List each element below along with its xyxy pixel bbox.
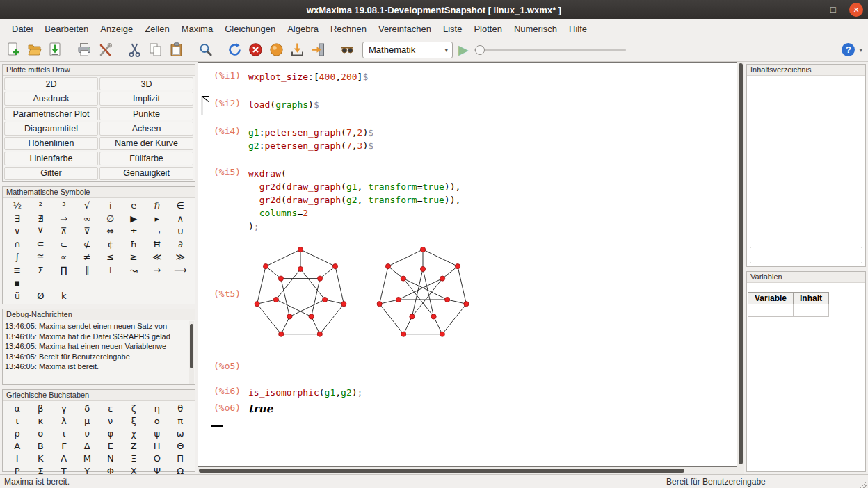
math-symbol-button[interactable]: Ø <box>29 290 53 302</box>
menu-item-anzeige[interactable]: Anzeige <box>95 21 138 37</box>
math-symbol-button[interactable]: ³ <box>52 200 76 212</box>
menu-item-plotten[interactable]: Plotten <box>469 21 506 37</box>
math-symbol-button[interactable]: ≤ <box>99 251 122 263</box>
menu-item-vereinfachen[interactable]: Vereinfachen <box>373 21 436 37</box>
greek-letter-button[interactable]: ο <box>145 415 169 428</box>
code-line[interactable]: ); <box>248 220 460 233</box>
cell-body[interactable]: wxdraw( gr2d(draw_graph(g1, transform=tr… <box>248 167 460 233</box>
greek-letter-button[interactable]: ζ <box>122 402 146 415</box>
math-symbol-button[interactable]: ≪ <box>145 251 169 263</box>
draw-option-button[interactable]: Punkte <box>99 107 193 120</box>
code-line[interactable]: g1:petersen_graph(7,2)$ <box>248 126 373 139</box>
math-symbol-button[interactable]: ∧ <box>169 213 193 225</box>
cell-body[interactable]: load(graphs)$ <box>248 98 319 111</box>
code-line[interactable]: gr2d(draw_graph(g1, transform=true)), <box>248 180 460 193</box>
draw-option-button[interactable]: 2D <box>4 77 98 90</box>
draw-option-button[interactable]: Höhenlinien <box>4 137 98 150</box>
greek-letter-button[interactable]: ξ <box>122 415 146 428</box>
math-symbol-button[interactable]: ▶ <box>122 213 146 225</box>
open-icon[interactable] <box>25 40 44 59</box>
worksheet-cell[interactable]: (%o6)true <box>202 402 737 415</box>
menu-item-datei[interactable]: Datei <box>7 21 38 37</box>
math-symbol-button[interactable]: Σ <box>29 264 53 277</box>
follow-evaluation-icon[interactable] <box>267 40 286 59</box>
copy-icon[interactable] <box>146 40 165 59</box>
code-line[interactable]: wxplot_size:[400,200]$ <box>248 70 368 83</box>
code-line[interactable]: columns=2 <box>248 206 460 220</box>
math-symbol-button[interactable]: ¢ <box>99 238 122 251</box>
greek-letter-button[interactable]: β <box>29 402 53 415</box>
math-symbol-button[interactable]: ⇒ <box>52 213 76 225</box>
preferences-icon[interactable] <box>96 40 115 59</box>
math-symbol-button[interactable]: ⊻ <box>29 225 53 238</box>
worksheet-cell[interactable]: (%i2)load(graphs)$ <box>202 98 737 111</box>
greek-letter-button[interactable]: Η <box>145 440 169 453</box>
greek-letter-button[interactable]: γ <box>52 402 76 415</box>
print-icon[interactable] <box>75 40 94 59</box>
greek-letter-button[interactable]: π <box>169 415 193 428</box>
menu-item-maxima[interactable]: Maxima <box>177 21 218 37</box>
greek-letter-button[interactable]: Ζ <box>122 440 146 453</box>
greek-letter-button[interactable]: Δ <box>76 440 99 453</box>
vertical-scrollbar[interactable] <box>737 62 744 467</box>
math-symbol-button[interactable]: ∈ <box>169 200 193 212</box>
greek-letter-button[interactable]: σ <box>29 428 53 440</box>
resize-grip-icon[interactable] <box>858 479 867 488</box>
math-symbol-button[interactable]: ⊼ <box>52 225 76 238</box>
math-symbol-button[interactable]: ∨ <box>6 225 29 238</box>
menu-item-numerisch[interactable]: Numerisch <box>509 21 562 37</box>
math-symbol-button[interactable]: ▸ <box>145 213 169 225</box>
animation-slider-track[interactable] <box>474 49 626 51</box>
draw-option-button[interactable]: Gitter <box>4 167 98 180</box>
greek-letter-button[interactable]: θ <box>169 402 193 415</box>
close-button[interactable]: ✕ <box>849 3 863 17</box>
greek-letter-button[interactable]: δ <box>76 402 99 415</box>
greek-letter-button[interactable]: ω <box>169 428 193 440</box>
draw-option-button[interactable]: Diagrammtitel <box>4 122 98 135</box>
worksheet-cell[interactable]: (%i6)is_isomorphic(g1,g2); <box>202 386 737 399</box>
math-symbol-button[interactable]: Ħ <box>145 238 169 251</box>
math-symbol-button[interactable]: i <box>99 200 122 212</box>
cell-body[interactable]: is_isomorphic(g1,g2); <box>248 386 362 399</box>
math-symbol-button[interactable]: ħ <box>122 238 146 251</box>
math-symbol-button[interactable]: √ <box>76 200 99 212</box>
math-symbol-button[interactable]: ⇔ <box>99 225 122 238</box>
math-symbol-button[interactable]: ∄ <box>29 213 53 225</box>
greek-letter-button[interactable]: χ <box>122 428 146 440</box>
greek-letter-button[interactable]: Α <box>6 440 29 453</box>
math-symbol-button[interactable]: ¬ <box>145 225 169 238</box>
menu-item-gleichungen[interactable]: Gleichungen <box>220 21 280 37</box>
worksheet-cell[interactable]: (%i5)wxdraw( gr2d(draw_graph(g1, transfo… <box>202 167 737 233</box>
greek-letter-button[interactable]: η <box>145 402 169 415</box>
menu-item-hilfe[interactable]: Hilfe <box>564 21 592 37</box>
greek-letter-button[interactable]: κ <box>29 415 53 428</box>
toc-filter-input[interactable] <box>750 247 862 263</box>
math-symbol-button[interactable]: ⊥ <box>99 264 122 277</box>
new-document-icon[interactable] <box>4 40 23 59</box>
math-symbol-button[interactable]: ≅ <box>29 251 53 263</box>
draw-option-button[interactable]: Achsen <box>99 122 193 135</box>
math-symbol-button[interactable]: ² <box>29 200 53 212</box>
math-symbol-button[interactable]: e <box>122 200 146 212</box>
greek-letter-button[interactable]: Κ <box>29 453 53 465</box>
greek-letter-button[interactable]: ι <box>6 415 29 428</box>
vertical-scrollbar-thumb[interactable] <box>739 63 743 464</box>
worksheet-cell[interactable]: (%o5) <box>202 361 737 371</box>
math-symbol-button[interactable]: ≠ <box>76 251 99 263</box>
greek-letter-button[interactable]: Μ <box>76 453 99 465</box>
math-symbol-button[interactable]: ∅ <box>99 213 122 225</box>
debug-scrollbar-thumb[interactable] <box>190 324 193 369</box>
greek-letter-button[interactable]: Θ <box>169 440 193 453</box>
greek-letter-button[interactable]: Ε <box>99 440 122 453</box>
math-symbol-button[interactable]: ≫ <box>169 251 193 263</box>
animation-slider[interactable] <box>474 43 626 57</box>
greek-letter-button[interactable]: Β <box>29 440 53 453</box>
worksheet-cell[interactable]: (%i1)wxplot_size:[400,200]$ <box>202 70 737 83</box>
math-symbol-button[interactable]: k <box>52 290 76 302</box>
math-symbol-button[interactable]: ⊄ <box>76 238 99 251</box>
math-symbol-button[interactable]: ∃ <box>6 213 29 225</box>
greek-letter-button[interactable]: Ο <box>145 453 169 465</box>
code-line[interactable]: wxdraw( <box>248 167 460 180</box>
greek-letter-button[interactable]: τ <box>52 428 76 440</box>
greek-letter-button[interactable]: Ξ <box>122 453 146 465</box>
